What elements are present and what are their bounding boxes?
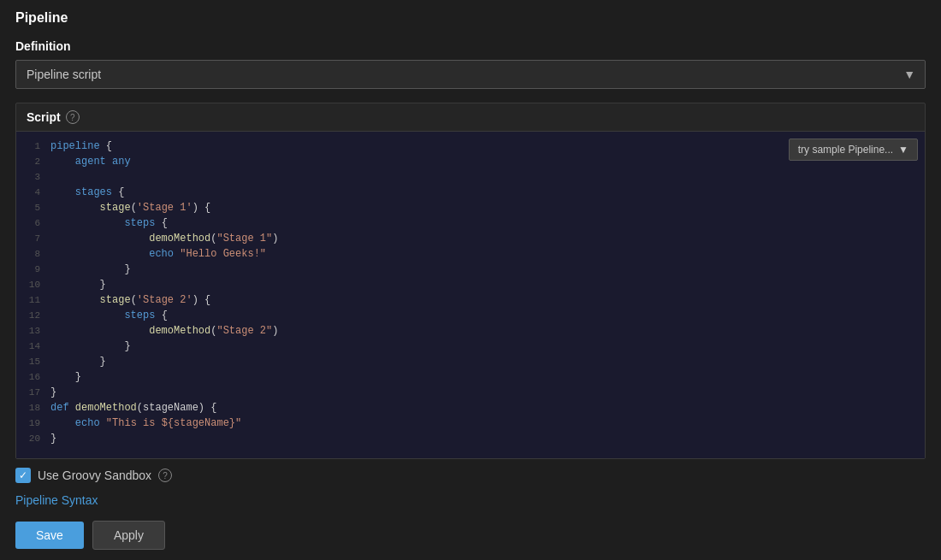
script-header: Script ? — [16, 103, 925, 132]
code-line: 13 demoMethod("Stage 2") — [16, 323, 925, 339]
chevron-down-icon: ▼ — [898, 144, 908, 156]
script-label: Script — [27, 110, 61, 124]
page-container: Pipeline Definition Pipeline script Pipe… — [0, 0, 941, 560]
page-title: Pipeline — [15, 10, 926, 26]
code-editor[interactable]: 1 pipeline { 2 agent any 3 4 stages { — [16, 132, 925, 458]
code-line: 11 stage('Stage 2') { — [16, 292, 925, 308]
code-line: 6 steps { — [16, 215, 925, 231]
use-groovy-sandbox-checkbox[interactable]: ✓ Use Groovy Sandbox — [15, 468, 151, 483]
code-line: 14 } — [16, 339, 925, 354]
code-line: 10 } — [16, 277, 925, 292]
code-line: 3 — [16, 169, 925, 185]
definition-select-wrapper: Pipeline script Pipeline script from SCM… — [15, 60, 926, 89]
code-line: 20 } — [16, 431, 925, 446]
definition-select[interactable]: Pipeline script Pipeline script from SCM — [15, 60, 926, 89]
pipeline-syntax-link[interactable]: Pipeline Syntax — [15, 493, 926, 507]
code-line: 18 def demoMethod(stageName) { — [16, 400, 925, 416]
code-line: 15 } — [16, 354, 925, 369]
definition-label: Definition — [15, 39, 926, 53]
script-editor-container: 1 pipeline { 2 agent any 3 4 stages { — [16, 132, 925, 458]
code-line: 7 demoMethod("Stage 1") — [16, 231, 925, 246]
code-line: 4 stages { — [16, 185, 925, 200]
buttons-row: Save Apply — [15, 521, 926, 550]
code-line: 9 } — [16, 262, 925, 277]
sandbox-label: Use Groovy Sandbox — [38, 469, 151, 482]
code-line: 12 steps { — [16, 308, 925, 323]
checkbox-checked-indicator: ✓ — [15, 468, 31, 483]
sandbox-section: ✓ Use Groovy Sandbox ? — [15, 468, 926, 483]
code-line: 8 echo "Hello Geeks!" — [16, 246, 925, 262]
sandbox-help-icon[interactable]: ? — [158, 469, 172, 482]
script-section: Script ? 1 pipeline { 2 agent any 3 — [15, 103, 926, 459]
try-sample-button[interactable]: try sample Pipeline... ▼ — [789, 139, 918, 161]
code-line: 17 } — [16, 385, 925, 400]
code-line: 16 } — [16, 369, 925, 385]
code-line: 5 stage('Stage 1') { — [16, 200, 925, 215]
code-line: 19 echo "This is ${stageName}" — [16, 416, 925, 431]
apply-button[interactable]: Apply — [92, 521, 165, 550]
script-help-icon[interactable]: ? — [66, 110, 80, 124]
try-sample-label: try sample Pipeline... — [798, 144, 893, 156]
save-button[interactable]: Save — [15, 522, 84, 549]
